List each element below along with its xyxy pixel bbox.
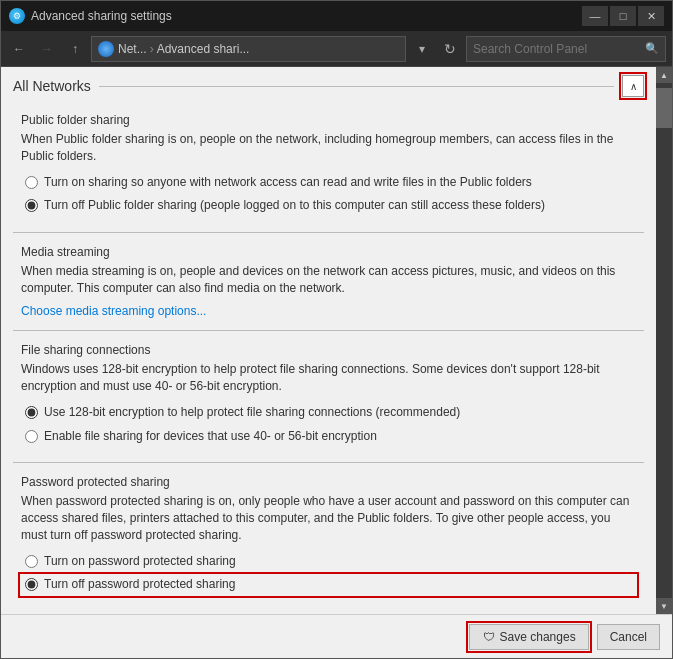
close-button[interactable]: ✕	[638, 6, 664, 26]
path-net: Net...	[118, 42, 147, 56]
app-icon	[9, 8, 25, 24]
scroll-thumb[interactable]	[656, 88, 672, 128]
back-button[interactable]: ←	[7, 37, 31, 61]
file-sharing-label1: Use 128-bit encryption to help protect f…	[44, 405, 460, 421]
all-networks-header: All Networks ∧	[1, 67, 656, 101]
address-path: Net... › Advanced shari...	[91, 36, 406, 62]
password-sharing-option1: Turn on password protected sharing	[21, 552, 636, 572]
save-changes-button[interactable]: 🛡 Save changes	[469, 624, 589, 650]
file-sharing-section: File sharing connections Windows uses 12…	[1, 331, 656, 462]
scroll-up-button[interactable]: ▲	[656, 67, 672, 83]
public-folder-title: Public folder sharing	[21, 105, 636, 131]
shield-icon: 🛡	[482, 630, 496, 644]
path-advanced: Advanced shari...	[157, 42, 250, 56]
password-sharing-radio2[interactable]	[25, 578, 38, 591]
file-sharing-option2: Enable file sharing for devices that use…	[21, 427, 636, 447]
dropdown-arrow-button[interactable]: ▾	[410, 37, 434, 61]
scrollbar: ▲ ▼	[656, 67, 672, 614]
network-icon	[98, 41, 114, 57]
search-input[interactable]	[473, 42, 641, 56]
media-streaming-section: Media streaming When media streaming is …	[1, 233, 656, 331]
scroll-track	[656, 83, 672, 598]
path-arrow-1: ›	[150, 42, 154, 56]
media-streaming-link[interactable]: Choose media streaming options...	[21, 304, 206, 318]
content-wrapper: All Networks ∧ Public folder sharing Whe…	[1, 67, 672, 614]
password-sharing-section: Password protected sharing When password…	[1, 463, 656, 611]
file-sharing-radio1[interactable]	[25, 406, 38, 419]
public-folder-desc: When Public folder sharing is on, people…	[21, 131, 636, 165]
maximize-button[interactable]: □	[610, 6, 636, 26]
search-box: 🔍	[466, 36, 666, 62]
address-bar: ← → ↑ Net... › Advanced shari... ▾ ↻ 🔍	[1, 31, 672, 67]
main-window: Advanced sharing settings — □ ✕ ← → ↑ Ne…	[0, 0, 673, 659]
settings-content: All Networks ∧ Public folder sharing Whe…	[1, 67, 656, 614]
public-folder-label1: Turn on sharing so anyone with network a…	[44, 175, 532, 191]
cancel-button[interactable]: Cancel	[597, 624, 660, 650]
window-title: Advanced sharing settings	[31, 9, 582, 23]
search-icon: 🔍	[645, 42, 659, 55]
scroll-down-button[interactable]: ▼	[656, 598, 672, 614]
public-folder-radio1[interactable]	[25, 176, 38, 189]
password-sharing-option2: Turn off password protected sharing	[21, 575, 636, 595]
public-folder-label2: Turn off Public folder sharing (people l…	[44, 198, 545, 214]
file-sharing-desc: Windows uses 128-bit encryption to help …	[21, 361, 636, 395]
minimize-button[interactable]: —	[582, 6, 608, 26]
password-sharing-radio1[interactable]	[25, 555, 38, 568]
public-folder-option1: Turn on sharing so anyone with network a…	[21, 173, 636, 193]
window-controls: — □ ✕	[582, 6, 664, 26]
password-sharing-title: Password protected sharing	[21, 467, 636, 493]
title-bar: Advanced sharing settings — □ ✕	[1, 1, 672, 31]
up-button[interactable]: ↑	[63, 37, 87, 61]
all-networks-divider	[99, 86, 614, 87]
forward-button[interactable]: →	[35, 37, 59, 61]
file-sharing-label2: Enable file sharing for devices that use…	[44, 429, 377, 445]
bottom-bar: 🛡 Save changes Cancel	[1, 614, 672, 658]
refresh-button[interactable]: ↻	[438, 37, 462, 61]
media-streaming-title: Media streaming	[21, 237, 636, 263]
collapse-button[interactable]: ∧	[622, 75, 644, 97]
file-sharing-option1: Use 128-bit encryption to help protect f…	[21, 403, 636, 423]
all-networks-label: All Networks	[13, 78, 91, 94]
media-streaming-desc: When media streaming is on, people and d…	[21, 263, 636, 297]
password-sharing-desc: When password protected sharing is on, o…	[21, 493, 636, 543]
save-changes-label: Save changes	[500, 630, 576, 644]
file-sharing-title: File sharing connections	[21, 335, 636, 361]
public-folder-section: Public folder sharing When Public folder…	[1, 101, 656, 232]
public-folder-radio2[interactable]	[25, 199, 38, 212]
password-sharing-label1: Turn on password protected sharing	[44, 554, 236, 570]
public-folder-option2: Turn off Public folder sharing (people l…	[21, 196, 636, 216]
file-sharing-radio2[interactable]	[25, 430, 38, 443]
password-sharing-label2: Turn off password protected sharing	[44, 577, 235, 593]
